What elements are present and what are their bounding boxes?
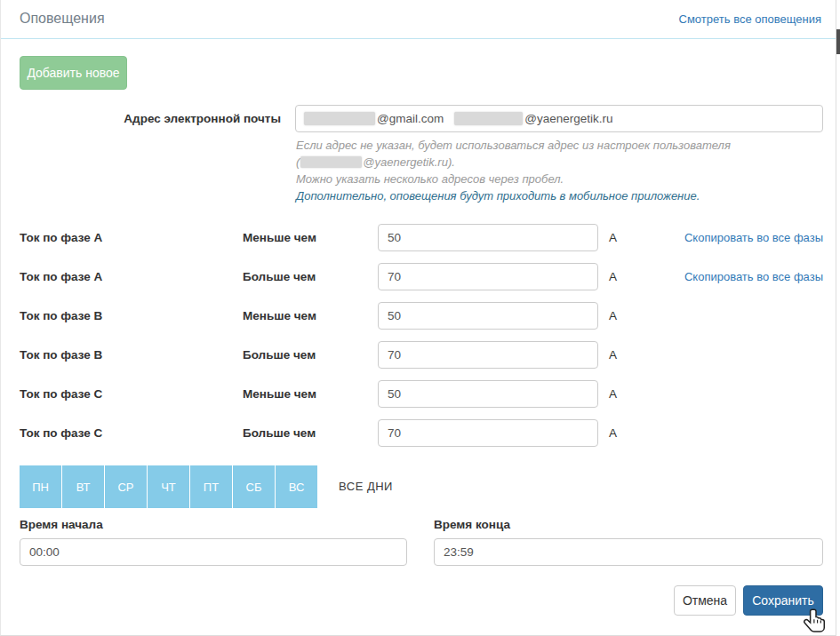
condition-label: Меньше чем [243,302,316,330]
unit-label: А [609,224,617,251]
email-help-line-3: Можно указать несколько адресов через пр… [296,172,564,186]
end-time-label: Время конца [434,518,510,531]
threshold-row: Ток по фазе B Больше чем А [1,341,840,369]
day-button-thu[interactable]: ЧТ [148,465,189,508]
threshold-row: Ток по фазе C Меньше чем А [1,380,840,408]
unit-label: А [609,341,617,369]
condition-label: Больше чем [243,419,316,447]
unit-label: А [609,263,617,290]
condition-label: Меньше чем [243,224,316,251]
phase-label: Ток по фазе B [20,341,102,369]
day-button-fri[interactable]: ПТ [190,465,232,508]
threshold-input[interactable] [378,224,598,251]
threshold-input[interactable] [378,380,598,408]
threshold-row: Ток по фазе B Меньше чем А [1,302,840,330]
scrollbar-thumb[interactable] [836,29,840,54]
phase-label: Ток по фазе A [20,224,102,251]
scrollbar-track[interactable] [836,0,840,636]
threshold-input[interactable] [378,419,598,447]
save-button[interactable]: Сохранить [743,585,823,616]
email-domain-1: @gmail.com [377,112,444,125]
copy-all-phases-link[interactable]: Скопировать во все фазы [684,263,823,290]
all-days-label: ВСЕ ДНИ [339,465,393,508]
end-time-input[interactable] [434,538,823,566]
redacted-email-segment [304,112,375,125]
day-button-sun[interactable]: ВС [276,465,317,508]
email-help-line-2: (@yaenergetik.ru). [296,155,455,169]
redacted-email-segment [454,112,523,125]
phase-label: Ток по фазе B [20,302,102,330]
add-new-button[interactable]: Добавить новое [20,56,127,90]
threshold-input[interactable] [378,302,598,330]
day-button-tue[interactable]: ВТ [62,465,104,508]
panel-header: Оповещения Смотреть все оповещения [1,0,836,39]
unit-label: А [609,302,617,330]
page-title: Оповещения [20,11,105,27]
email-input[interactable]: @gmail.com@yaenergetik.ru [295,105,823,132]
start-time-input[interactable] [20,538,407,566]
weekday-selector: ПН ВТ СР ЧТ ПТ СБ ВС [20,465,318,508]
condition-label: Больше чем [243,263,316,290]
threshold-input[interactable] [378,341,598,369]
phase-label: Ток по фазе C [20,380,102,408]
threshold-row: Ток по фазе A Больше чем А Скопировать в… [1,263,840,290]
view-all-notifications-link[interactable]: Смотреть все оповещения [679,12,821,26]
help-paren-open: ( [296,155,300,169]
redacted-email-segment [300,156,362,168]
condition-label: Меньше чем [243,380,316,408]
copy-all-phases-link[interactable]: Скопировать во все фазы [684,224,823,251]
help-default-domain: @yaenergetik.ru). [363,155,455,169]
email-label: Адрес электронной почты [1,112,281,125]
unit-label: А [609,419,617,447]
condition-label: Больше чем [243,341,316,369]
email-help-line-4: Дополнительно, оповещения будут приходит… [296,189,700,203]
notifications-panel: Оповещения Смотреть все оповещения Добав… [0,0,836,636]
phase-label: Ток по фазе A [20,263,102,290]
email-domain-2: @yaenergetik.ru [524,112,612,125]
day-button-wed[interactable]: СР [105,465,147,508]
email-help-line-1: Если адрес не указан, будет использовать… [296,139,731,152]
threshold-row: Ток по фазе A Меньше чем А Скопировать в… [1,224,840,251]
cancel-button[interactable]: Отмена [674,585,736,616]
threshold-input[interactable] [378,263,598,290]
day-button-mon[interactable]: ПН [20,465,61,508]
day-button-sat[interactable]: СБ [233,465,275,508]
unit-label: А [609,380,617,408]
start-time-label: Время начала [20,518,103,531]
threshold-row: Ток по фазе C Больше чем А [1,419,840,447]
phase-label: Ток по фазе C [20,419,102,447]
